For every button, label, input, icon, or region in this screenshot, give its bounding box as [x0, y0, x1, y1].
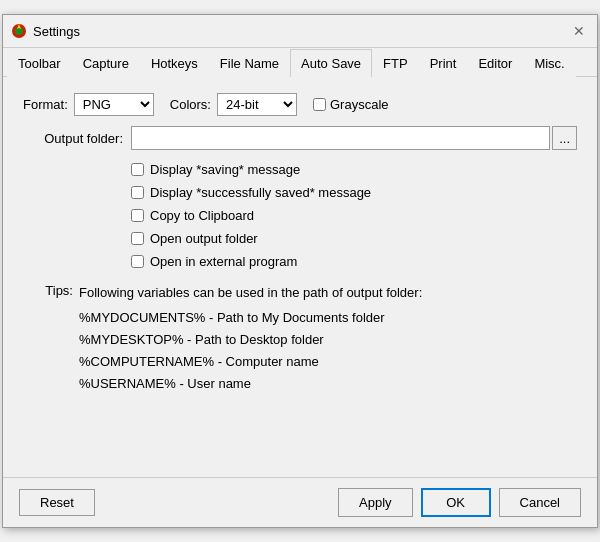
close-button[interactable]: ✕	[569, 21, 589, 41]
title-bar-left: Settings	[11, 23, 80, 39]
saving-msg-label: Display *saving* message	[150, 162, 300, 177]
tips-text: Following variables can be used in the p…	[79, 283, 422, 303]
clipboard-label: Copy to Clipboard	[150, 208, 254, 223]
window-title: Settings	[33, 24, 80, 39]
title-bar: Settings ✕	[3, 15, 597, 48]
open-folder-checkbox[interactable]	[131, 232, 144, 245]
tab-toolbar[interactable]: Toolbar	[7, 49, 72, 77]
tab-editor[interactable]: Editor	[467, 49, 523, 77]
tab-filename[interactable]: File Name	[209, 49, 290, 77]
checkbox-saving-msg: Display *saving* message	[23, 162, 577, 177]
output-input-area: ...	[131, 126, 577, 150]
tab-misc[interactable]: Misc.	[523, 49, 575, 77]
tips-row: Tips: Following variables can be used in…	[23, 283, 577, 303]
saved-msg-checkbox[interactable]	[131, 186, 144, 199]
saving-msg-checkbox[interactable]	[131, 163, 144, 176]
output-folder-row: Output folder: ...	[23, 126, 577, 150]
external-label: Open in external program	[150, 254, 297, 269]
tab-capture[interactable]: Capture	[72, 49, 140, 77]
tip-var-1: %MYDOCUMENTS% - Path to My Documents fol…	[79, 307, 577, 329]
colors-select[interactable]: 8-bit 16-bit 24-bit 32-bit	[217, 93, 297, 116]
tip-var-2: %MYDESKTOP% - Path to Desktop folder	[79, 329, 577, 351]
apply-button[interactable]: Apply	[338, 488, 413, 517]
grayscale-label: Grayscale	[330, 97, 389, 112]
tip-var-3: %COMPUTERNAME% - Computer name	[79, 351, 577, 373]
colors-group: Colors: 8-bit 16-bit 24-bit 32-bit	[170, 93, 297, 116]
tip-var-4: %USERNAME% - User name	[79, 373, 577, 395]
colors-label: Colors:	[170, 97, 211, 112]
checkbox-open-folder: Open output folder	[23, 231, 577, 246]
browse-button[interactable]: ...	[552, 126, 577, 150]
saved-msg-label: Display *successfully saved* message	[150, 185, 371, 200]
reset-button[interactable]: Reset	[19, 489, 95, 516]
clipboard-checkbox[interactable]	[131, 209, 144, 222]
app-icon	[11, 23, 27, 39]
output-folder-input[interactable]	[131, 126, 550, 150]
footer: Reset Apply OK Cancel	[3, 477, 597, 527]
tab-autosave[interactable]: Auto Save	[290, 49, 372, 77]
settings-window: Settings ✕ Toolbar Capture Hotkeys File …	[2, 14, 598, 528]
checkbox-external: Open in external program	[23, 254, 577, 269]
tab-print[interactable]: Print	[419, 49, 468, 77]
grayscale-checkbox[interactable]	[313, 98, 326, 111]
tips-section: Tips: Following variables can be used in…	[23, 283, 577, 395]
tips-label: Tips:	[23, 283, 73, 303]
tab-hotkeys[interactable]: Hotkeys	[140, 49, 209, 77]
content-area: Format: PNG JPEG BMP GIF TIFF Colors: 8-…	[3, 77, 597, 477]
ok-button[interactable]: OK	[421, 488, 491, 517]
tab-bar: Toolbar Capture Hotkeys File Name Auto S…	[3, 48, 597, 77]
tab-ftp[interactable]: FTP	[372, 49, 419, 77]
checkbox-saved-msg: Display *successfully saved* message	[23, 185, 577, 200]
output-folder-label: Output folder:	[23, 131, 123, 146]
svg-point-1	[15, 27, 23, 35]
tips-vars: %MYDOCUMENTS% - Path to My Documents fol…	[23, 307, 577, 395]
grayscale-group: Grayscale	[313, 97, 389, 112]
checkbox-clipboard: Copy to Clipboard	[23, 208, 577, 223]
external-checkbox[interactable]	[131, 255, 144, 268]
format-select[interactable]: PNG JPEG BMP GIF TIFF	[74, 93, 154, 116]
footer-right: Apply OK Cancel	[338, 488, 581, 517]
cancel-button[interactable]: Cancel	[499, 488, 581, 517]
format-row: Format: PNG JPEG BMP GIF TIFF Colors: 8-…	[23, 93, 577, 116]
format-group: Format: PNG JPEG BMP GIF TIFF	[23, 93, 154, 116]
format-label: Format:	[23, 97, 68, 112]
open-folder-label: Open output folder	[150, 231, 258, 246]
